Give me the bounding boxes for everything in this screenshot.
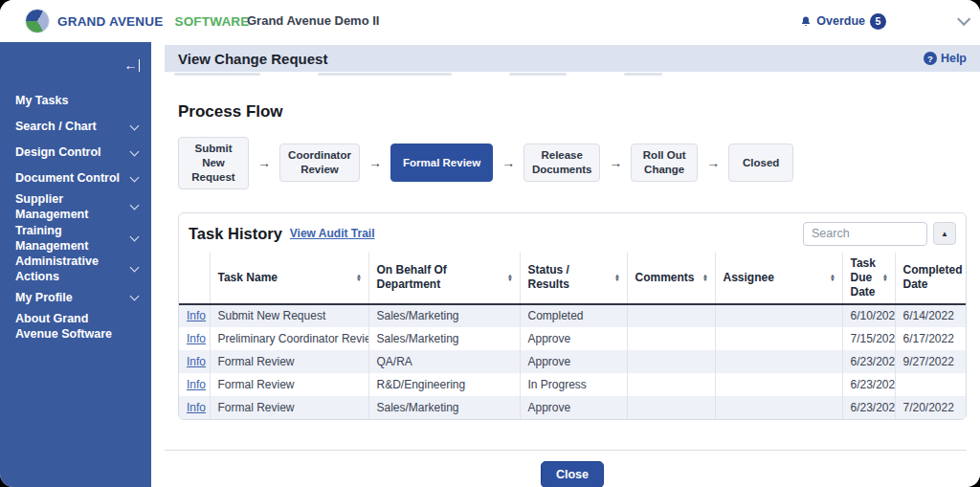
table-header-row: Task Name On Behalf Of Department Status… xyxy=(179,253,967,304)
arrow-right-icon xyxy=(609,155,622,170)
sidebar-item-administrative-actions[interactable]: Administrative Actions xyxy=(0,254,151,285)
sort-icon[interactable] xyxy=(357,274,360,281)
collapse-panel-button[interactable]: ▲ xyxy=(933,222,956,245)
chevron-down-icon xyxy=(130,201,140,210)
process-flow-heading: Process Flow xyxy=(178,102,967,122)
arrow-right-icon xyxy=(257,155,271,170)
table-row: Info Formal Review Sales/Marketing Appro… xyxy=(179,396,967,419)
app-title: Grand Avenue Demo II xyxy=(247,13,379,28)
sidebar-item-training-management[interactable]: Training Management xyxy=(0,223,151,255)
arrow-right-icon xyxy=(501,155,515,170)
page-title-bar: View Change Request ? Help xyxy=(165,45,980,72)
brand-name-secondary: SOFTWARE xyxy=(174,14,249,29)
flow-step-roll-out-change[interactable]: Roll Out Change xyxy=(631,144,698,182)
chevron-down-icon xyxy=(130,172,140,182)
column-header-comments: Comments xyxy=(627,253,715,304)
info-link[interactable]: Info xyxy=(187,401,206,414)
info-link[interactable]: Info xyxy=(187,355,206,368)
flow-step-submit-new-request[interactable]: Submit New Request xyxy=(178,137,249,189)
process-flow: Submit New Request Coordinator Review Fo… xyxy=(178,137,967,189)
chevron-down-icon xyxy=(130,146,140,156)
overdue-notification-button[interactable]: Overdue 5 xyxy=(800,13,886,30)
column-header-status: Status / Results xyxy=(520,253,627,304)
close-button[interactable]: Close xyxy=(541,461,604,487)
chevron-down-icon xyxy=(130,292,140,301)
table-row: Info Submit New Request Sales/Marketing … xyxy=(179,304,967,327)
task-history-heading: Task History xyxy=(189,225,282,243)
flow-step-formal-review-active[interactable]: Formal Review xyxy=(390,144,493,182)
sidebar-item-document-control[interactable]: Document Control xyxy=(0,166,151,191)
column-header-assignee: Assignee xyxy=(715,253,842,304)
table-row: Info Formal Review QA/RA Approve 6/23/20… xyxy=(179,350,967,373)
column-header-task-name: Task Name xyxy=(210,253,368,304)
overdue-label: Overdue xyxy=(816,14,865,28)
info-link[interactable]: Info xyxy=(187,309,206,322)
arrow-right-icon xyxy=(706,155,720,170)
chevron-down-icon xyxy=(130,263,140,273)
clipped-scroll-artifact xyxy=(174,73,942,77)
brand-name-primary: GRAND AVENUE xyxy=(57,14,163,29)
help-question-icon: ? xyxy=(924,52,937,65)
arrow-right-icon xyxy=(368,155,382,170)
sort-icon[interactable] xyxy=(831,274,834,281)
sort-icon[interactable] xyxy=(883,274,886,281)
table-row: Info Preliminary Coordinator Review Sale… xyxy=(179,327,967,350)
sidebar: ← My Tasks Search / Chart Design Control… xyxy=(0,42,151,487)
sidebar-collapse-icon[interactable]: ← xyxy=(124,57,141,73)
table-row: Info Formal Review R&D/Engineering In Pr… xyxy=(179,373,967,396)
overdue-count-badge: 5 xyxy=(870,13,886,30)
help-button[interactable]: ? Help xyxy=(924,52,967,65)
account-chevron-down-icon[interactable] xyxy=(957,12,970,26)
sidebar-item-my-tasks[interactable]: My Tasks xyxy=(0,88,151,114)
info-link[interactable]: Info xyxy=(187,378,206,391)
top-bar: GRAND AVENUE SOFTWARE Grand Avenue Demo … xyxy=(0,0,980,42)
task-history-table: Task Name On Behalf Of Department Status… xyxy=(179,253,967,419)
sidebar-item-about[interactable]: About Grand Avenue Software xyxy=(0,311,151,343)
task-history-panel: Task History View Audit Trail ▲ xyxy=(178,212,967,420)
sort-icon[interactable] xyxy=(508,274,511,281)
sidebar-item-search-chart[interactable]: Search / Chart xyxy=(0,114,151,140)
column-header-department: On Behalf Of Department xyxy=(368,253,520,304)
flow-step-release-documents[interactable]: Release Documents xyxy=(523,144,600,182)
chevron-down-icon xyxy=(130,232,140,241)
bell-icon xyxy=(800,15,812,28)
flow-step-closed[interactable]: Closed xyxy=(728,144,793,182)
main-content: View Change Request ? Help Process Flow … xyxy=(151,42,980,487)
chevron-down-icon xyxy=(130,121,140,130)
sidebar-item-supplier-management[interactable]: Supplier Management xyxy=(0,191,151,223)
info-link[interactable]: Info xyxy=(187,332,206,345)
column-header-completed-date: Completed Date xyxy=(895,253,967,304)
column-header-due-date: Task Due Date xyxy=(842,253,895,304)
flow-step-coordinator-review[interactable]: Coordinator Review xyxy=(279,144,360,182)
page-title: View Change Request xyxy=(178,51,327,67)
sidebar-item-design-control[interactable]: Design Control xyxy=(0,140,151,166)
sort-icon[interactable] xyxy=(615,274,618,281)
info-column-header xyxy=(179,253,210,304)
view-audit-trail-link[interactable]: View Audit Trail xyxy=(290,227,375,240)
search-input[interactable] xyxy=(803,222,927,246)
brand-logo[interactable]: GRAND AVENUE SOFTWARE xyxy=(25,9,250,33)
sort-icon[interactable] xyxy=(703,274,706,281)
company-logo-icon xyxy=(25,9,50,33)
app-window: GRAND AVENUE SOFTWARE Grand Avenue Demo … xyxy=(0,0,980,487)
sidebar-item-my-profile[interactable]: My Profile xyxy=(0,285,151,311)
